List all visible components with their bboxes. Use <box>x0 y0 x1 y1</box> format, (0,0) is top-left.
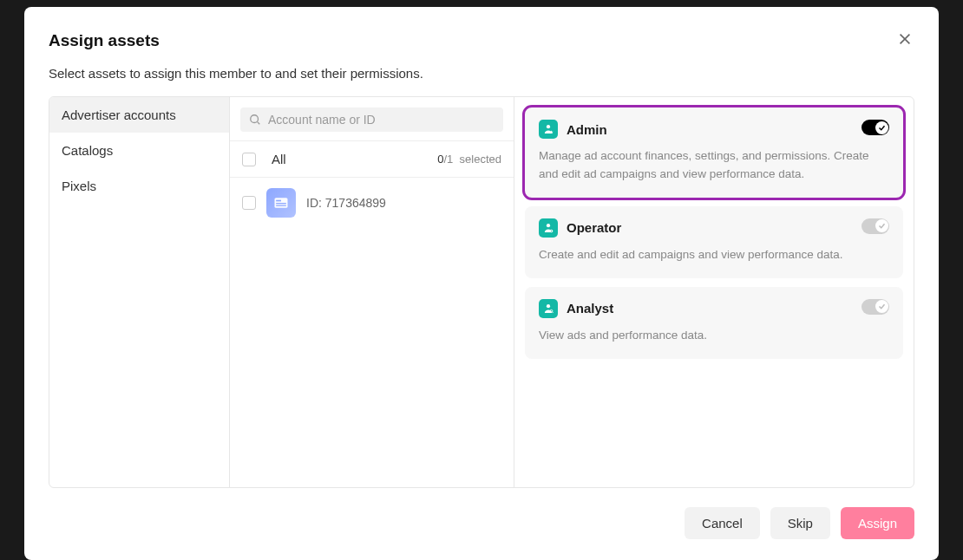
svg-point-10 <box>547 224 550 227</box>
toggle-knob <box>875 121 888 134</box>
asset-id-label: ID: 717364899 <box>306 196 386 210</box>
svg-rect-5 <box>276 200 281 202</box>
content-panel: Advertiser accounts Catalogs Pixels <box>49 96 914 488</box>
check-icon <box>878 222 886 230</box>
sidebar-item-label: Catalogs <box>62 143 113 158</box>
assign-button[interactable]: Assign <box>841 507 914 539</box>
svg-point-14 <box>550 309 553 312</box>
toggle-knob <box>875 300 888 313</box>
permission-toggle-analyst[interactable] <box>861 299 889 315</box>
check-icon <box>878 124 886 132</box>
modal-subtitle: Select assets to assign this member to a… <box>49 66 914 81</box>
toggle-knob <box>875 219 888 232</box>
modal-header: Assign assets <box>49 31 914 50</box>
svg-point-2 <box>251 115 259 123</box>
svg-point-13 <box>547 304 550 308</box>
permission-card-admin: Admin Manage ad account finances, settin… <box>525 107 903 198</box>
search-icon <box>249 114 261 126</box>
person-star-icon <box>539 120 558 139</box>
permission-description: Manage ad account finances, settings, an… <box>539 147 889 184</box>
selected-count: 0 <box>437 153 443 166</box>
skip-button[interactable]: Skip <box>770 507 830 539</box>
select-all-row: All 0/1 selected <box>230 140 514 177</box>
search-input[interactable] <box>268 113 495 127</box>
selected-word: selected <box>460 153 501 166</box>
close-icon <box>897 31 913 47</box>
account-icon <box>266 188 296 218</box>
svg-rect-6 <box>276 203 286 204</box>
asset-type-sidebar: Advertiser accounts Catalogs Pixels <box>49 97 230 487</box>
modal-footer: Cancel Skip Assign <box>49 507 914 539</box>
permission-title: Admin <box>567 122 607 137</box>
svg-rect-7 <box>276 205 286 206</box>
permission-header: Admin <box>539 120 889 139</box>
total-count: /1 <box>444 153 454 166</box>
permission-toggle-admin[interactable] <box>861 120 889 135</box>
permission-header: Analyst <box>539 299 889 318</box>
sidebar-item-label: Pixels <box>62 179 96 193</box>
permission-title: Analyst <box>567 301 613 316</box>
svg-line-3 <box>258 122 260 125</box>
modal-title: Assign assets <box>49 31 160 50</box>
permission-description: Create and edit ad campaigns and view pe… <box>539 246 889 264</box>
sidebar-item-pixels[interactable]: Pixels <box>49 168 229 204</box>
asset-list-column: All 0/1 selected ID: 717364899 <box>230 97 514 487</box>
svg-line-15 <box>553 312 554 313</box>
person-search-icon <box>539 299 558 318</box>
check-icon <box>878 303 886 310</box>
sidebar-item-catalogs[interactable]: Catalogs <box>49 133 229 168</box>
close-button[interactable] <box>897 31 914 49</box>
person-gear-icon <box>539 218 558 238</box>
permission-card-operator: Operator Create and edit ad campaigns an… <box>525 206 903 278</box>
asset-row[interactable]: ID: 717364899 <box>230 177 514 228</box>
permission-header: Operator <box>539 218 889 238</box>
permission-title: Operator <box>567 220 621 235</box>
permissions-column: Admin Manage ad account finances, settin… <box>514 97 914 487</box>
svg-point-8 <box>547 125 550 128</box>
permission-description: View ads and performance data. <box>539 327 889 345</box>
select-all-checkbox[interactable] <box>242 153 256 166</box>
permission-toggle-operator[interactable] <box>861 218 889 234</box>
assign-assets-modal: Assign assets Select assets to assign th… <box>24 7 939 560</box>
sidebar-item-label: Advertiser accounts <box>62 107 176 122</box>
permission-card-analyst: Analyst View ads and performance data. <box>525 287 903 359</box>
sidebar-item-advertiser-accounts[interactable]: Advertiser accounts <box>49 97 229 133</box>
svg-point-12 <box>551 231 552 231</box>
cancel-button[interactable]: Cancel <box>685 507 760 539</box>
search-box[interactable] <box>240 107 503 132</box>
search-container <box>230 97 514 140</box>
select-all-label: All <box>272 152 286 166</box>
selection-count: 0/1 selected <box>437 153 501 166</box>
asset-checkbox[interactable] <box>242 196 256 210</box>
